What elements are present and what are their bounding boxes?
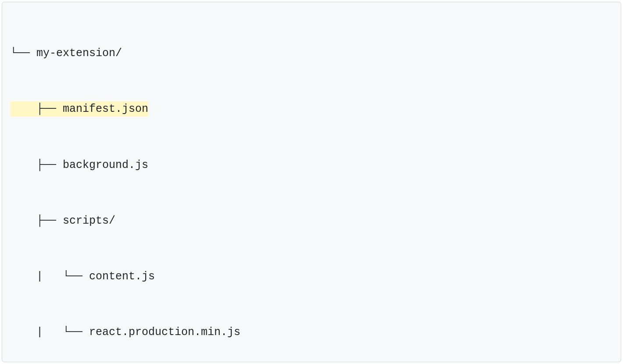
tree-line: | └── content.js: [10, 265, 613, 288]
tree-entry-name: scripts/: [63, 214, 115, 227]
tree-prefix: ├──: [10, 214, 63, 227]
tree-prefix: └──: [10, 47, 36, 60]
tree-prefix: ├──: [10, 103, 63, 115]
tree-line: ├── manifest.json: [10, 98, 613, 121]
code-block-container: └── my-extension/ ├── manifest.json ├── …: [2, 2, 621, 362]
tree-entry-name: manifest.json: [63, 103, 148, 115]
tree-line: | └── react.production.min.js: [10, 321, 613, 344]
tree-line: ├── background.js: [10, 154, 613, 177]
file-tree: └── my-extension/ ├── manifest.json ├── …: [10, 9, 613, 362]
tree-entry-name: my-extension/: [36, 47, 122, 60]
tree-prefix: | └──: [10, 270, 89, 283]
tree-line: ├── scripts/: [10, 210, 613, 232]
tree-prefix: | └──: [10, 326, 89, 339]
tree-entry-name: content.js: [89, 270, 155, 283]
tree-entry-name: react.production.min.js: [89, 326, 240, 339]
tree-entry-name: background.js: [63, 159, 148, 171]
tree-prefix: ├──: [10, 159, 63, 171]
tree-line: └── my-extension/: [10, 42, 613, 65]
